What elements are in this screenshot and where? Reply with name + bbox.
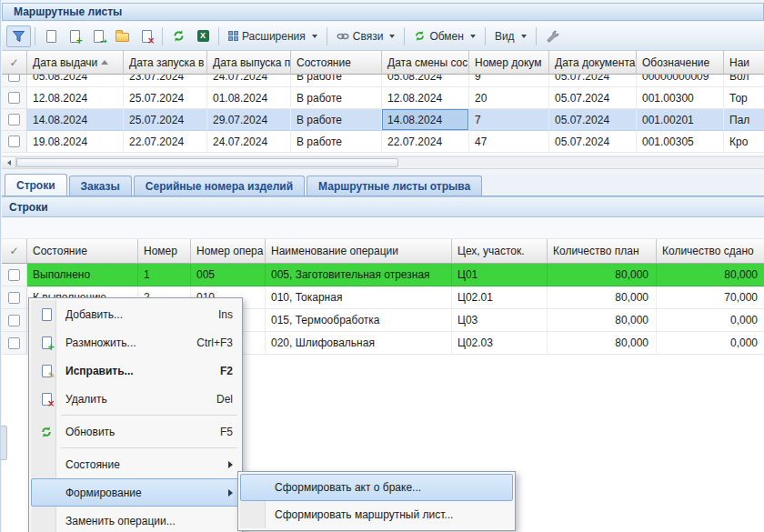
excel-export-button[interactable]: X [191, 25, 215, 47]
column-header[interactable]: Обозначение [637, 51, 724, 75]
cell[interactable]: 22.07.2024 [124, 131, 207, 153]
column-header[interactable]: Дата документа [549, 51, 637, 75]
view-menu-button[interactable]: Вид [489, 25, 532, 47]
cell[interactable]: 001.00305 [637, 131, 724, 153]
column-header[interactable]: Наи [724, 51, 764, 75]
cell[interactable]: 80,000 [548, 332, 657, 355]
cell[interactable]: 9 [469, 75, 549, 87]
menu-item-state[interactable]: Состояние [31, 450, 240, 478]
cell[interactable]: 23.07.2024 [124, 75, 207, 87]
row-checkbox[interactable] [8, 75, 20, 82]
cell[interactable]: 12.08.2024 [382, 87, 469, 109]
settings-button[interactable] [540, 25, 566, 47]
column-header[interactable]: Номер опера [191, 239, 266, 264]
cell[interactable]: 24.07.2024 [207, 75, 291, 87]
cell[interactable]: 010, Токарная [266, 286, 452, 309]
column-header[interactable]: Дата выдачи [27, 51, 124, 75]
column-header[interactable]: Состояние [27, 239, 138, 264]
cell[interactable]: 80,000 [657, 264, 764, 286]
menu-item-delete[interactable]: ×УдалитьDel [31, 385, 240, 413]
scrollbar-thumb[interactable] [16, 158, 398, 167]
cell[interactable]: 25.07.2024 [124, 109, 207, 131]
cell[interactable]: 14.08.2024 [382, 109, 469, 131]
cell[interactable]: Ц02.03 [452, 332, 548, 355]
new-document-button[interactable] [39, 25, 63, 47]
column-header[interactable]: Количество план [548, 239, 657, 264]
cell[interactable]: Вол [724, 75, 764, 87]
row-checkbox[interactable] [8, 292, 20, 304]
extensions-menu-button[interactable]: Расширения [223, 25, 323, 47]
cell[interactable]: 05.07.2024 [549, 87, 637, 109]
column-header[interactable]: Цех, участок. [452, 239, 548, 264]
row-checkbox[interactable] [8, 269, 20, 281]
column-header[interactable]: Дата запуска в [124, 51, 207, 75]
add-document-button[interactable]: + [63, 25, 86, 47]
cell[interactable]: 015, Термообработка [266, 309, 452, 332]
menu-item-add[interactable]: Добавить...Ins [31, 300, 240, 328]
cell[interactable]: 05.08.2024 [27, 75, 124, 87]
tab-serial-numbers[interactable]: Серийные номера изделий [134, 176, 305, 196]
cell[interactable]: 20 [469, 87, 549, 109]
cell[interactable]: 19.08.2024 [27, 131, 124, 153]
cell[interactable]: 0,000 [657, 332, 764, 355]
cell[interactable]: 12.08.2024 [27, 87, 124, 109]
delete-document-button[interactable]: × [135, 25, 158, 47]
cell[interactable]: 70,000 [657, 286, 764, 309]
column-header[interactable]: Состояние [291, 51, 382, 75]
refresh-button[interactable] [166, 25, 191, 47]
cell[interactable]: 80,000 [548, 264, 657, 286]
row-checkbox[interactable] [8, 114, 20, 125]
cell[interactable]: Выполнено [27, 264, 138, 286]
column-header[interactable]: Дата смены сос [382, 51, 469, 75]
menu-item-generate[interactable]: Формирование [31, 478, 240, 507]
scroll-left-button[interactable] [2, 157, 16, 168]
cell[interactable]: 001.00201 [637, 109, 724, 131]
cell[interactable]: 020, Шлифовальная [266, 332, 452, 355]
cell[interactable]: 005, Заготовительная отрезная [266, 264, 452, 286]
cell[interactable]: 0,000 [657, 309, 764, 332]
vertical-scrollbar-thumb[interactable] [1, 426, 7, 460]
row-checkbox[interactable] [8, 136, 20, 147]
cell[interactable]: Ц02.01 [452, 286, 548, 309]
menu-item-refresh[interactable]: ОбновитьF5 [31, 417, 240, 446]
column-header[interactable]: Номер [138, 239, 191, 264]
cell[interactable]: 80,000 [548, 286, 657, 309]
column-header[interactable]: Наименование операции [266, 239, 452, 264]
cell[interactable]: 29.07.2024 [207, 109, 291, 131]
tab-lines[interactable]: Строки [5, 174, 67, 196]
links-menu-button[interactable]: Связи [331, 25, 401, 47]
cell[interactable]: 47 [469, 131, 549, 153]
cell[interactable]: 00000000009 [637, 75, 724, 87]
table-row[interactable]: 19.08.202422.07.202424.07.2024В работе22… [2, 131, 764, 153]
table-row[interactable]: Выполнено1005005, Заготовительная отрезн… [2, 264, 764, 286]
cell[interactable]: 05.08.2024 [382, 75, 469, 87]
menu-item-replace-operations[interactable]: Заменить операции... [31, 507, 240, 532]
cell[interactable]: В работе [291, 87, 382, 109]
menu-item-duplicate[interactable]: +Размножить...Ctrl+F3 [31, 328, 240, 356]
cell[interactable]: 001.00300 [637, 87, 724, 109]
cell[interactable]: 1 [138, 264, 191, 286]
cell[interactable]: Ц01 [452, 264, 548, 286]
column-header[interactable]: Дата выпуска п [207, 51, 291, 75]
horizontal-scrollbar[interactable] [2, 156, 764, 169]
tab-tear-off-route-sheets[interactable]: Маршрутные листы отрыва [307, 176, 482, 196]
column-header[interactable]: Номер докум [469, 51, 549, 75]
cell[interactable]: 05.07.2024 [549, 75, 637, 87]
select-column-header[interactable]: ✓ [2, 239, 27, 264]
table-row[interactable]: 14.08.202425.07.202429.07.2024В работе14… [2, 109, 764, 131]
cell[interactable]: В работе [291, 109, 382, 131]
duplicate-document-button[interactable]: → [86, 25, 110, 47]
table-row[interactable]: 12.08.202425.07.202401.08.2024В работе12… [2, 87, 764, 109]
cell[interactable]: 05.07.2024 [549, 131, 637, 153]
cell[interactable]: 80,000 [548, 309, 657, 332]
cell[interactable]: Пал [724, 109, 764, 131]
tab-orders[interactable]: Заказы [69, 176, 132, 196]
cell[interactable]: 005 [191, 264, 266, 286]
select-column-header[interactable]: ✓ [2, 51, 27, 75]
cell[interactable]: Кро [724, 131, 764, 153]
filter-button[interactable] [6, 25, 31, 47]
submenu-item-generate-route-sheet[interactable]: Сформировать маршрутный лист... [240, 501, 513, 528]
cell[interactable]: 7 [469, 109, 549, 131]
menu-item-edit[interactable]: ✎Исправить...F2 [31, 356, 240, 385]
open-document-button[interactable] [110, 25, 135, 47]
